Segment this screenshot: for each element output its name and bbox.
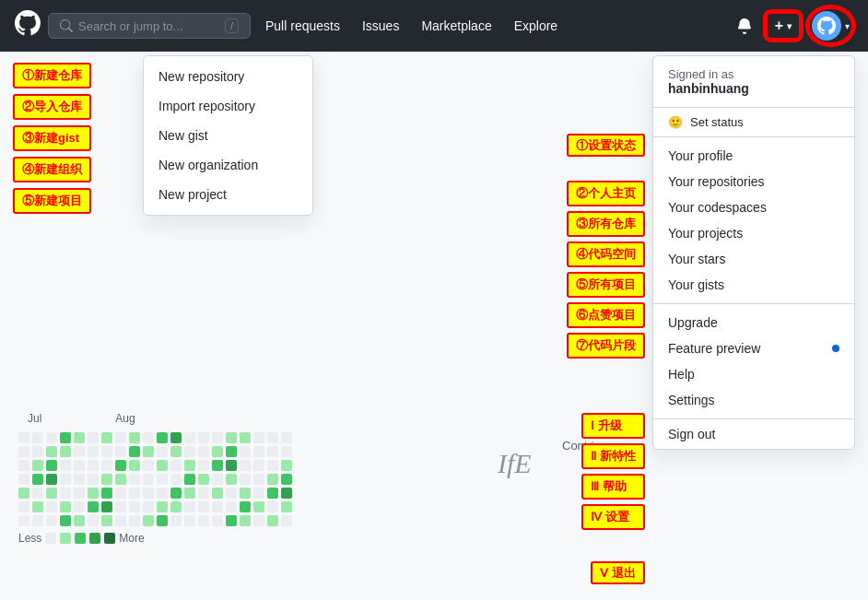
contrib-cell	[115, 515, 126, 526]
contrib-cell	[60, 432, 71, 443]
your-gists-item[interactable]: Your gists	[653, 272, 854, 298]
contrib-cell	[212, 501, 223, 512]
contrib-cell	[157, 432, 168, 443]
right-dropdown-menu: Signed in as hanbinhuang 🙂 Set status Yo…	[652, 55, 855, 450]
new-project-item[interactable]: New project	[144, 180, 312, 209]
emoji-icon: 🙂	[668, 115, 683, 129]
legend-cell-2	[75, 533, 86, 544]
settings-item[interactable]: Settings	[653, 387, 854, 413]
contrib-cell	[253, 474, 264, 485]
contrib-cell	[267, 515, 278, 526]
contrib-cell	[198, 460, 209, 471]
signed-in-text: Signed in as	[668, 67, 734, 81]
contrib-cell	[74, 488, 85, 499]
notifications-bell-button[interactable]	[731, 12, 758, 40]
label-profile: ②个人主页	[567, 181, 645, 206]
your-codespaces-item[interactable]: Your codespaces	[653, 194, 854, 220]
contrib-week	[115, 432, 126, 526]
nav-left: Search or jump to... / Pull requests Iss…	[15, 10, 565, 42]
legend-cell-0	[45, 533, 56, 544]
your-repositories-item[interactable]: Your repositories	[653, 169, 854, 194]
nav-link-pulls[interactable]: Pull requests	[258, 13, 347, 39]
contrib-cell	[226, 501, 237, 512]
contrib-cell	[46, 460, 57, 471]
contrib-week	[46, 432, 57, 526]
nav-link-issues[interactable]: Issues	[355, 13, 406, 39]
help-item[interactable]: Help	[653, 361, 854, 387]
contrib-cell	[198, 446, 209, 457]
contrib-cell	[129, 460, 140, 471]
contrib-cell	[32, 488, 43, 499]
contrib-cell	[115, 501, 126, 512]
contrib-cell	[60, 515, 71, 526]
your-projects-item[interactable]: Your projects	[653, 220, 854, 246]
contrib-cell	[240, 488, 251, 499]
search-box[interactable]: Search or jump to... /	[48, 13, 251, 39]
contrib-cell	[129, 515, 140, 526]
contrib-cell	[101, 515, 112, 526]
contrib-cell	[170, 488, 182, 499]
import-repository-item[interactable]: Import repository	[144, 91, 312, 121]
label-new-organization: ④新建组织	[13, 157, 91, 182]
new-organization-item[interactable]: New organization	[144, 150, 312, 180]
label-import-repository: ②导入仓库	[13, 94, 91, 120]
contrib-cell	[18, 488, 29, 499]
contrib-cell	[253, 446, 264, 457]
nav-link-explore[interactable]: Explore	[507, 13, 565, 39]
contrib-cell	[184, 432, 195, 443]
contrib-week	[184, 432, 195, 526]
contrib-cell	[60, 488, 71, 499]
contrib-cell	[212, 446, 223, 457]
feature-preview-item[interactable]: Feature preview	[653, 335, 854, 361]
new-gist-item[interactable]: New gist	[144, 121, 312, 150]
label-projects: ⑤所有项目	[567, 272, 645, 298]
contrib-cell	[267, 460, 278, 471]
contrib-cell	[170, 474, 182, 485]
label-repositories: ③所有仓库	[567, 211, 645, 237]
your-stars-item[interactable]: Your stars	[653, 246, 854, 272]
navbar: Search or jump to... / Pull requests Iss…	[0, 0, 868, 52]
sign-out-button[interactable]: Sign out	[653, 419, 854, 449]
user-menu-button[interactable]: ▾	[808, 7, 853, 44]
signout-annotation: Ⅴ 退出	[591, 564, 645, 582]
contrib-week	[198, 432, 209, 526]
contrib-week	[143, 432, 154, 526]
left-dropdown-menu: New repository Import repository New gis…	[143, 55, 313, 216]
contrib-cell	[170, 515, 182, 526]
contrib-cell	[253, 501, 264, 512]
new-repository-item[interactable]: New repository	[144, 62, 312, 91]
contrib-week	[226, 432, 237, 526]
new-item-button[interactable]: + ▾	[766, 12, 801, 40]
contrib-cell	[101, 488, 112, 499]
contrib-cell	[226, 474, 237, 485]
upgrade-item[interactable]: Upgrade	[653, 310, 854, 335]
your-profile-item[interactable]: Your profile	[653, 143, 854, 169]
nav-link-marketplace[interactable]: Marketplace	[414, 13, 499, 39]
contrib-cell	[88, 488, 99, 499]
contrib-cell	[281, 515, 292, 526]
contrib-cell	[88, 474, 99, 485]
ife-text: IfE	[498, 448, 532, 479]
contrib-cell	[115, 488, 126, 499]
contrib-cell	[157, 446, 168, 457]
avatar-caret-icon: ▾	[845, 21, 850, 31]
contrib-cell	[157, 515, 168, 526]
set-status-button[interactable]: 🙂 Set status	[653, 108, 854, 137]
contrib-cell	[115, 474, 126, 485]
contrib-cell	[46, 515, 57, 526]
contrib-cell	[32, 446, 43, 457]
contrib-cell	[46, 474, 57, 485]
contrib-cell	[212, 432, 223, 443]
contrib-cell	[88, 501, 99, 512]
profile-section: Your profile Your repositories Your code…	[653, 137, 854, 304]
legend: Less More	[18, 532, 868, 545]
contrib-cell	[129, 446, 140, 457]
legend-more: More	[119, 532, 144, 545]
contrib-cell	[281, 432, 292, 443]
contrib-cell	[18, 432, 29, 443]
signed-in-header: Signed in as hanbinhuang	[653, 56, 854, 108]
contrib-cell	[18, 460, 29, 471]
contrib-cell	[226, 488, 237, 499]
nav-right: + ▾ ▾	[731, 7, 853, 44]
contrib-cell	[281, 474, 292, 485]
